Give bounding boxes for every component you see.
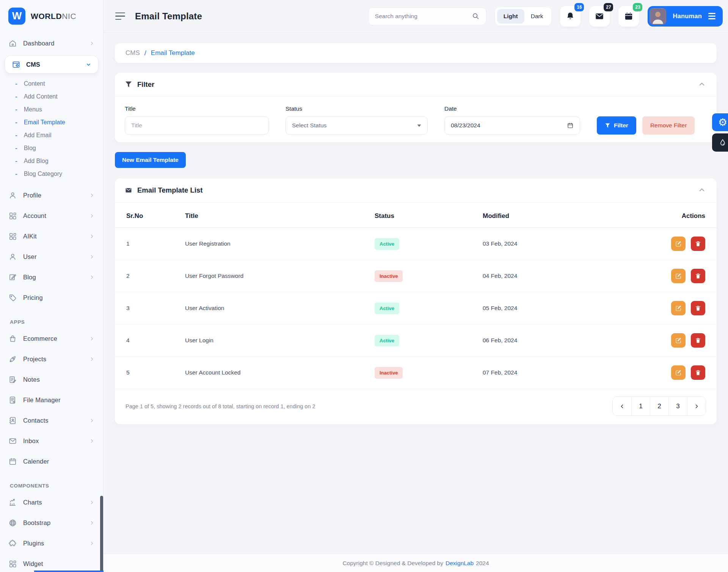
sidebar-item-charts[interactable]: Charts	[0, 492, 103, 512]
status-badge: Inactive	[375, 270, 403, 282]
sidebar-subitem-add-blog[interactable]: Add Blog	[0, 155, 103, 168]
date-input[interactable]	[451, 122, 567, 129]
sidebar-item-contacts[interactable]: Contacts	[0, 410, 103, 431]
theme-dark-button[interactable]: Dark	[524, 9, 550, 24]
date-picker[interactable]	[444, 116, 580, 135]
status-select[interactable]: Select Status	[286, 116, 428, 135]
brand-name: WORLDNIC	[31, 12, 76, 21]
trash-icon	[695, 273, 701, 279]
notifications-button[interactable]: 16	[560, 6, 581, 27]
pagination-prev-button[interactable]	[613, 397, 631, 415]
sidebar-item-widget[interactable]: Widget	[0, 553, 103, 572]
pagination-page-2[interactable]: 2	[650, 397, 668, 415]
sidebar-item-pricing[interactable]: Pricing	[0, 287, 103, 308]
copyright-year: 2024	[476, 560, 489, 567]
pagination-page-3[interactable]: 3	[668, 397, 687, 415]
sidebar-toggle-icon[interactable]	[115, 11, 125, 22]
table-row: 2 User Forgot Password Inactive 04 Feb, …	[115, 260, 717, 292]
sidebar-scrollbar-thumb[interactable]	[100, 496, 103, 572]
edit-button[interactable]	[671, 269, 686, 283]
filter-card-title: Filter	[137, 80, 154, 89]
edit-button[interactable]	[671, 301, 686, 315]
chevron-up-icon	[698, 187, 705, 194]
delete-button[interactable]	[691, 269, 705, 283]
edit-button[interactable]	[671, 333, 686, 348]
sidebar-item-profile[interactable]: Profile	[0, 185, 103, 205]
sidebar-item-notes[interactable]: Notes	[0, 369, 103, 390]
pagination-next-button[interactable]	[687, 397, 706, 415]
remove-filter-button[interactable]: Remove Filter	[642, 116, 695, 135]
sidebar-item-dashboard[interactable]: Dashboard	[0, 33, 103, 53]
chevron-up-icon	[698, 81, 705, 88]
list-card-title: Email Template List	[137, 186, 202, 194]
theme-color-fab-button[interactable]	[712, 133, 728, 152]
sidebar-subitem-blog-category[interactable]: Blog Category	[0, 168, 103, 180]
page-footer: Copyright © Designed & Developed by Dexi…	[104, 554, 728, 572]
search-icon[interactable]	[472, 12, 480, 20]
brand-logo[interactable]: W WORLDNIC	[0, 0, 103, 29]
edit-button[interactable]	[671, 365, 686, 380]
sidebar-item-calender[interactable]: Calender	[0, 451, 103, 472]
person-icon	[8, 252, 17, 261]
sidebar-subitem-content[interactable]: Content	[0, 77, 103, 90]
messages-button[interactable]: 27	[589, 6, 610, 27]
sidebar-item-projects[interactable]: Projects	[0, 349, 103, 369]
sidebar-item-blog[interactable]: Blog	[0, 267, 103, 287]
sidebar-item-account[interactable]: Account	[0, 205, 103, 226]
contact-book-icon	[8, 416, 17, 425]
breadcrumb-parent[interactable]: CMS	[126, 49, 140, 57]
sidebar: W WORLDNIC Dashboard CMS Content Add Con…	[0, 0, 104, 572]
sidebar-item-aikit[interactable]: AIKit	[0, 226, 103, 246]
cell-modified: 06 Feb, 2024	[483, 324, 657, 357]
dexignlab-link[interactable]: DexignLab	[446, 560, 474, 567]
breadcrumb-separator: /	[144, 49, 146, 57]
filter-collapse-button[interactable]	[697, 80, 707, 89]
notifications-count-badge: 16	[574, 3, 584, 11]
calendar-icon	[624, 11, 634, 21]
copyright-text: Copyright © Designed & Developed by	[342, 560, 443, 567]
calendar-button[interactable]: 23	[618, 6, 639, 27]
messages-count-badge: 27	[604, 3, 613, 11]
envelope-icon	[125, 186, 132, 194]
sidebar-item-plugins[interactable]: Plugins	[0, 533, 103, 553]
sidebar-subitem-email-template[interactable]: Email Template	[0, 116, 103, 129]
grid-icon	[8, 232, 17, 241]
sidebar-item-user[interactable]: User	[0, 246, 103, 267]
droplet-icon	[719, 138, 727, 147]
cell-modified: 07 Feb, 2024	[483, 357, 657, 389]
delete-button[interactable]	[691, 237, 705, 251]
delete-button[interactable]	[691, 301, 705, 315]
delete-button[interactable]	[691, 333, 705, 348]
apply-filter-button[interactable]: Filter	[597, 116, 636, 135]
sidebar-subitem-add-content[interactable]: Add Content	[0, 90, 103, 103]
user-menu-button[interactable]: Hanuman	[648, 6, 723, 27]
delete-button[interactable]	[691, 365, 705, 380]
column-title: Title	[185, 202, 375, 228]
breadcrumb-current[interactable]: Email Template	[151, 49, 195, 57]
settings-fab-button[interactable]: ⚙	[712, 113, 728, 131]
search-box[interactable]	[368, 7, 486, 25]
sidebar-subitem-menus[interactable]: Menus	[0, 103, 103, 116]
theme-light-button[interactable]: Light	[497, 9, 524, 24]
new-email-template-button[interactable]: New Email Template	[115, 152, 186, 168]
filter-title-input[interactable]	[131, 122, 262, 129]
column-status: Status	[375, 202, 483, 228]
sidebar-item-bootstrap[interactable]: Bootstrap	[0, 512, 103, 533]
list-collapse-button[interactable]	[697, 185, 707, 195]
topbar-actions: Light Dark 16 27 23 Hanuman	[368, 6, 723, 27]
sidebar-subitem-add-email[interactable]: Add Email	[0, 129, 103, 142]
sidebar-item-cms[interactable]: CMS	[5, 55, 99, 74]
chevron-right-icon	[89, 274, 95, 280]
edit-button[interactable]	[671, 237, 686, 251]
pagination-page-1[interactable]: 1	[631, 397, 650, 415]
search-input[interactable]	[375, 13, 472, 20]
sidebar-item-file-manager[interactable]: File Manager	[0, 390, 103, 410]
sidebar-item-ecommerce[interactable]: Ecommerce	[0, 328, 103, 349]
calendar-icon	[8, 457, 17, 466]
sidebar-item-inbox[interactable]: Inbox	[0, 431, 103, 451]
envelope-icon	[8, 437, 17, 445]
status-badge: Active	[375, 302, 399, 314]
filter-date-field: Date	[444, 105, 580, 135]
calendar-icon[interactable]	[567, 122, 574, 129]
sidebar-subitem-blog[interactable]: Blog	[0, 142, 103, 155]
